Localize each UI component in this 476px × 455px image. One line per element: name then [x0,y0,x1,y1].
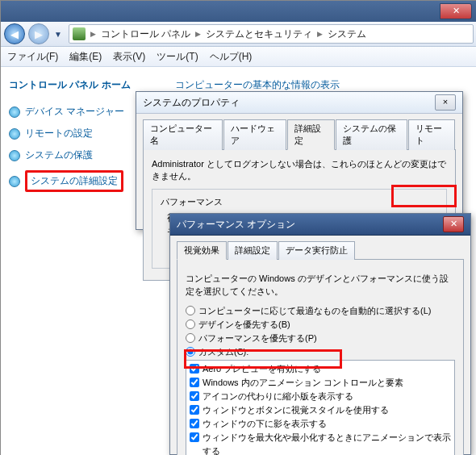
radio-input[interactable] [186,319,195,329]
visual-effect-item[interactable]: ウィンドウとボタンに視覚スタイルを使用する [190,403,451,417]
crumb-sep-icon: ▶ [90,30,96,38]
checkbox-label: Windows 内のアニメーション コントロールと要素 [203,376,403,390]
sidebar-label: リモートの設定 [25,127,93,140]
shield-icon [9,150,20,161]
menu-bar: ファイル(F) 編集(E) 表示(V) ツール(T) ヘルプ(H) [1,47,476,67]
checkbox-input[interactable] [190,405,199,415]
checkbox-input[interactable] [190,419,199,428]
crumb-sep-icon: ▶ [195,30,201,38]
radio-input[interactable] [186,347,195,357]
nav-history-dropdown[interactable]: ▼ [54,30,62,39]
dialog-close-button[interactable]: × [435,94,456,111]
radio-option[interactable]: カスタム(C): [186,346,455,358]
checkbox-input[interactable] [190,364,199,374]
tab-hardware[interactable]: ハードウェア [223,119,287,150]
sidebar-label: システムの保護 [25,148,93,162]
radio-label: コンピューターに応じて最適なものを自動的に選択する(L) [198,305,431,317]
visual-effect-item[interactable]: ウィンドウを最大化や最小化するときにアニメーションで表示する [190,431,451,455]
shield-icon [9,106,20,118]
radio-input[interactable] [186,333,195,343]
radio-option[interactable]: コンピューターに応じて最適なものを自動的に選択する(L) [186,305,455,317]
tab-strip: コンピューター名 ハードウェア 詳細設定 システムの保護 リモート [143,119,456,149]
tab-strip: 視覚効果 詳細設定 データ実行防止 [177,240,464,259]
performance-options-dialog: パフォーマンス オプション ✕ 視覚効果 詳細設定 データ実行防止 コンピュータ… [169,213,471,455]
tab-remote[interactable]: リモート [408,119,455,150]
checkbox-input[interactable] [190,391,199,401]
intro-text: コンピューターの Windows のデザインとパフォーマンスに使う設定を選択して… [186,273,455,298]
crumb-2[interactable]: システムとセキュリティ [203,27,315,41]
checkbox-label: ウィンドウを最大化や最小化するときにアニメーションで表示する [203,431,451,455]
system-properties-dialog: システムのプロパティ × コンピューター名 ハードウェア 詳細設定 システムの保… [136,91,463,230]
shield-icon [9,176,20,187]
nav-forward-button[interactable]: ▶ [28,23,49,44]
shield-icon [9,128,20,140]
radio-option[interactable]: パフォーマンスを優先する(P) [186,332,455,344]
window-close-button[interactable]: ✕ [440,3,472,19]
radio-label: カスタム(C): [198,346,248,358]
sidebar-label: システムの詳細設定 [25,170,123,192]
group-label: パフォーマンス [161,196,438,208]
crumb-3[interactable]: システム [324,27,370,41]
checkbox-label: Aero プレビューを有効にする [203,362,321,376]
content-headline: コンピューターの基本的な情報の表示 [170,67,340,92]
radio-group: コンピューターに応じて最適なものを自動的に選択する(L)デザインを優先する(B)… [186,305,455,358]
checkbox-label: ウィンドウとボタンに視覚スタイルを使用する [203,403,389,417]
crumb-1[interactable]: コントロール パネル [98,27,194,41]
admin-note: Administrator としてログオンしない場合は、これらのほとんどの変更は… [152,158,447,182]
crumb-sep-icon: ▶ [317,30,323,38]
menu-file[interactable]: ファイル(F) [7,50,58,64]
tab-dep[interactable]: データ実行防止 [278,241,355,260]
control-panel-icon [73,27,86,40]
radio-label: パフォーマンスを優先する(P) [198,332,317,344]
radio-label: デザインを優先する(B) [198,319,290,331]
checkbox-input[interactable] [190,432,199,442]
tab-protection[interactable]: システムの保護 [336,119,407,150]
address-bar: ◀ ▶ ▼ ▶ コントロール パネル ▶ システムとセキュリティ ▶ システム [1,22,476,47]
breadcrumb[interactable]: ▶ コントロール パネル ▶ システムとセキュリティ ▶ システム [69,24,474,44]
checkbox-label: ウィンドウの下に影を表示する [203,417,327,431]
dialog-caption: システムのプロパティ × [136,92,462,114]
dialog-title: パフォーマンス オプション [177,218,295,232]
tab-visual-effects[interactable]: 視覚効果 [177,241,227,260]
tab-computer-name[interactable]: コンピューター名 [143,119,223,150]
dialog-title: システムのプロパティ [143,96,240,110]
tab-advanced[interactable]: 詳細設定 [228,241,278,260]
menu-help[interactable]: ヘルプ(H) [210,50,253,64]
tab-advanced[interactable]: 詳細設定 [287,119,334,150]
radio-input[interactable] [186,306,195,315]
tab-page: コンピューターの Windows のデザインとパフォーマンスに使う設定を選択して… [177,259,464,455]
sidebar-heading: コントロール パネル ホーム [9,78,162,92]
screenshot-root: ✕ ◀ ▶ ▼ ▶ コントロール パネル ▶ システムとセキュリティ ▶ システ… [0,0,476,455]
dialog-close-button[interactable]: ✕ [443,216,464,232]
checkbox-label: アイコンの代わりに縮小版を表示する [203,390,353,403]
menu-view[interactable]: 表示(V) [113,50,145,64]
checkbox-input[interactable] [190,378,199,387]
visual-effect-item[interactable]: アイコンの代わりに縮小版を表示する [190,390,451,403]
nav-back-button[interactable]: ◀ [4,23,25,44]
visual-effects-list[interactable]: Aero プレビューを有効にするWindows 内のアニメーション コントロール… [186,360,455,455]
menu-edit[interactable]: 編集(E) [69,50,102,64]
visual-effect-item[interactable]: ウィンドウの下に影を表示する [190,417,451,431]
visual-effect-item[interactable]: Windows 内のアニメーション コントロールと要素 [190,376,451,390]
menu-tools[interactable]: ツール(T) [157,50,198,64]
window-titlebar: ✕ [1,1,476,22]
radio-option[interactable]: デザインを優先する(B) [186,319,455,331]
dialog-caption: パフォーマンス オプション ✕ [170,214,470,236]
sidebar-label: デバイス マネージャー [25,105,124,119]
visual-effect-item[interactable]: Aero プレビューを有効にする [190,362,451,376]
